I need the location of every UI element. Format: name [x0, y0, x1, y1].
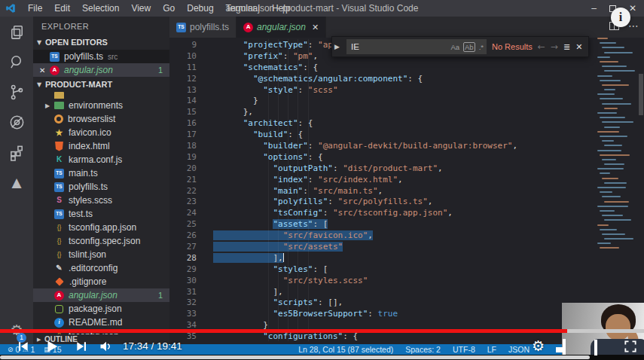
- open-editors-header[interactable]: ▼ OPEN EDITORS: [33, 35, 169, 50]
- previous-video-button[interactable]: [15, 339, 30, 354]
- menu-terminal[interactable]: Terminal: [220, 0, 266, 17]
- code-line[interactable]: 13 "style": "scss": [169, 85, 594, 96]
- previous-match-icon[interactable]: ←: [538, 41, 545, 52]
- code-line[interactable]: 28 ],: [169, 253, 594, 264]
- tab-close-icon[interactable]: ✕: [312, 23, 319, 32]
- tree-item[interactable]: {}tsconfig.app.json: [33, 221, 169, 234]
- code-line[interactable]: 30 "src/styles.scss": [169, 276, 594, 287]
- tree-item[interactable]: ▶environments: [33, 99, 169, 112]
- debug-icon[interactable]: [0, 107, 33, 137]
- source-control-icon[interactable]: [0, 77, 33, 107]
- code-line[interactable]: 31 ],: [169, 287, 594, 298]
- line-number: 11: [169, 63, 213, 74]
- code-line[interactable]: 22 "main": "src/main.ts",: [169, 186, 594, 197]
- extensions-icon[interactable]: [0, 137, 33, 167]
- menu-view[interactable]: View: [125, 0, 157, 17]
- code-line[interactable]: 18 "builder": "@angular-devkit/build-ang…: [169, 141, 594, 152]
- open-editor-detail: src: [108, 53, 118, 61]
- status-item-3[interactable]: LF: [487, 345, 496, 354]
- status-item-2[interactable]: UTF-8: [453, 345, 475, 354]
- status-item-4[interactable]: JSON: [508, 345, 530, 354]
- theater-mode-icon[interactable]: [594, 341, 597, 355]
- close-button[interactable]: ✕: [629, 4, 636, 13]
- page-scrollbar-thumb[interactable]: [0, 355, 590, 359]
- tree-item[interactable]: Kkarma.conf.js: [33, 153, 169, 166]
- tree-item[interactable]: .gitignore: [33, 275, 169, 288]
- status-item-1[interactable]: Spaces: 2: [405, 345, 441, 354]
- code-line[interactable]: 24 "tsConfig": "src/tsconfig.app.json",: [169, 208, 594, 219]
- minimap-line: [604, 89, 615, 90]
- more-actions-icon[interactable]: ⋯: [628, 20, 639, 32]
- code-line[interactable]: 17 "build": {: [169, 130, 594, 141]
- find-close-icon[interactable]: ✕: [575, 42, 582, 52]
- toggle-replace-icon[interactable]: ▶: [334, 43, 341, 50]
- open-editor-item[interactable]: ✕Aangular.json1: [33, 63, 169, 77]
- video-progress-bar[interactable]: [0, 329, 644, 333]
- code-line[interactable]: 25 "assets": [: [169, 219, 594, 230]
- scrollbar-thumb[interactable]: [639, 74, 643, 115]
- minimap[interactable]: [596, 38, 638, 267]
- code-editor[interactable]: 9 "projectType": "application",10 "prefi…: [169, 38, 594, 344]
- next-video-button[interactable]: [75, 339, 90, 354]
- code-line[interactable]: 21 "index": "src/index.html",: [169, 175, 594, 186]
- menu-edit[interactable]: Edit: [48, 0, 76, 17]
- code-line[interactable]: 20 "outputPath": "dist/product-mart",: [169, 163, 594, 175]
- menu-selection[interactable]: Selection: [76, 0, 125, 17]
- error-icon: ⊘: [8, 346, 14, 353]
- tree-item[interactable]: index.html: [33, 139, 169, 153]
- match-case-icon[interactable]: Aa: [450, 43, 459, 51]
- code-line[interactable]: 12 "@schematics/angular:component": {: [169, 74, 594, 85]
- miniplayer-icon[interactable]: [563, 340, 566, 354]
- tab-angular.json[interactable]: Aangular.json✕: [237, 17, 326, 38]
- tree-item[interactable]: iREADME.md: [33, 316, 169, 329]
- menu-go[interactable]: Go: [157, 0, 181, 17]
- code-line[interactable]: 15 },: [169, 107, 594, 118]
- find-in-selection-icon[interactable]: ≣: [563, 42, 570, 52]
- tree-item[interactable]: package.json: [33, 302, 169, 316]
- menu-debug[interactable]: Debug: [181, 0, 219, 17]
- tree-item-clipped[interactable]: [33, 92, 169, 99]
- menu-help[interactable]: Help: [266, 0, 297, 17]
- code-line[interactable]: 26 "src/favicon.ico",: [169, 230, 594, 242]
- tree-item[interactable]: ★favicon.ico: [33, 126, 169, 139]
- editor-scrollbar[interactable]: [638, 38, 644, 344]
- tree-item[interactable]: ✎.editorconfig: [33, 261, 169, 275]
- search-icon[interactable]: [0, 47, 33, 77]
- code-line[interactable]: 23 "polyfills": "src/polyfills.ts",: [169, 197, 594, 208]
- video-info-badge[interactable]: i: [611, 8, 630, 27]
- tree-item[interactable]: {}tsconfig.spec.json: [33, 234, 169, 248]
- code-line[interactable]: 29 "styles": [: [169, 264, 594, 276]
- volume-icon[interactable]: [98, 339, 114, 354]
- next-match-icon[interactable]: →: [551, 41, 558, 52]
- explorer-icon[interactable]: [0, 17, 33, 47]
- whole-word-icon[interactable]: Ab: [463, 42, 475, 52]
- code-line[interactable]: 16 "architect": {: [169, 118, 594, 130]
- play-button[interactable]: [44, 338, 60, 355]
- close-icon[interactable]: ✕: [39, 66, 50, 75]
- tree-item[interactable]: {}tslint.json: [33, 248, 169, 261]
- tree-item[interactable]: TSpolyfills.ts: [33, 180, 169, 194]
- fullscreen-icon[interactable]: [623, 339, 638, 354]
- tree-item[interactable]: browserslist: [33, 112, 169, 126]
- code-line[interactable]: 19 "options": {: [169, 152, 594, 163]
- code-line[interactable]: 11 "schematics": {: [169, 63, 594, 74]
- project-header[interactable]: ▼ PRODUCT-MART: [33, 77, 169, 92]
- regex-icon[interactable]: .*: [479, 43, 484, 51]
- player-settings-icon[interactable]: ⚙: [532, 337, 545, 354]
- azure-icon[interactable]: ▲: [0, 167, 33, 197]
- tab-polyfills.ts[interactable]: TSpolyfills.ts: [169, 17, 237, 38]
- tree-item[interactable]: Aangular.json1: [33, 288, 169, 302]
- code-line[interactable]: 14 }: [169, 96, 594, 107]
- code-line[interactable]: 35 "configurations": {: [169, 331, 594, 343]
- open-editor-item[interactable]: TSpolyfills.tssrc: [33, 50, 169, 63]
- menu-file[interactable]: File: [22, 0, 48, 17]
- code-line[interactable]: 32 "scripts": [],: [169, 297, 594, 309]
- status-item-0[interactable]: Ln 28, Col 15 (87 selected): [298, 345, 393, 354]
- status-bar: ⊘ 0 ⚠ 1 ▤ 15 Ln 28, Col 15 (87 selected)…: [0, 344, 644, 355]
- code-line[interactable]: 33 "es5BrowserSupport": true: [169, 309, 594, 320]
- tree-item[interactable]: TStest.ts: [33, 207, 169, 221]
- minimize-button[interactable]: –: [591, 4, 597, 13]
- tree-item[interactable]: Sstyles.scss: [33, 194, 169, 207]
- tree-item[interactable]: TSmain.ts: [33, 166, 169, 180]
- code-line[interactable]: 27 "src/assets": [169, 242, 594, 253]
